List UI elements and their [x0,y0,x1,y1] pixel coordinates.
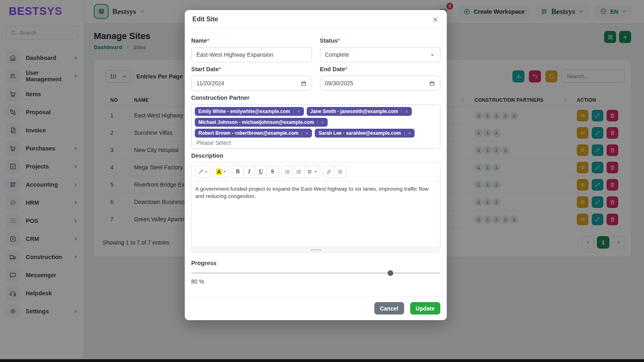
end-date-input[interactable]: 09/30/2025 [320,76,441,91]
caret-down-icon [204,170,208,173]
end-date-label: End Date* [320,66,441,72]
ordered-list-button[interactable] [293,166,305,178]
partner-tag-label: Michael Johnson - michaeljohnson@example… [198,119,314,125]
progress-value: 80 % [191,278,440,285]
underline-button[interactable]: U [255,166,267,178]
editor-resize-handle[interactable] [192,247,440,252]
cancel-button[interactable]: Cancel [374,302,404,315]
window-bottom-edge [0,359,644,362]
remove-tag-button[interactable] [317,121,328,124]
partner-select-placeholder: Please Select [196,140,231,146]
strikethrough-button[interactable]: S [267,166,279,178]
construction-partner-multiselect[interactable]: Emily White - emilywhite@example.comJane… [191,104,440,149]
partner-tag: Sarah Lee - sarahlee@example.com [315,129,414,138]
required-asterisk: * [207,37,210,44]
close-icon [405,110,409,113]
numbered-list-icon [296,169,301,175]
name-label: Name* [191,37,312,44]
modal-title: Edit Site [192,16,218,23]
partner-tag-label: Robert Brown - robertbrown@example.com [198,130,298,136]
description-editor: A B I U S A government-funded [191,162,440,253]
insert-link-button[interactable] [323,166,334,178]
close-icon [305,132,309,135]
progress-label: Progress [191,260,440,266]
partner-tag: Robert Brown - robertbrown@example.com [195,129,312,138]
remove-tag-button[interactable] [293,110,304,113]
calendar-icon[interactable] [301,80,307,86]
calendar-icon[interactable] [429,80,435,86]
start-date-input[interactable]: 11/20/2024 [191,76,312,91]
modal-close-button[interactable] [432,16,439,23]
unordered-list-button[interactable] [281,166,293,178]
close-icon [297,110,301,113]
close-icon [321,121,324,124]
description-label: Description [191,152,440,159]
font-color-button[interactable]: A [213,166,229,178]
remove-tag-button[interactable] [301,132,312,135]
bold-button[interactable]: B [232,166,244,178]
partner-tag-label: Emily White - emilywhite@example.com [198,109,290,114]
name-input[interactable] [191,47,312,62]
progress-slider-track [191,272,440,274]
partner-tag-label: Sarah Lee - sarahlee@example.com [318,130,400,136]
status-label: Status* [320,37,441,44]
partner-tag: Jane Smith - janesmith@example.com [307,107,412,116]
caret-down-icon [314,170,317,173]
link-icon [326,169,332,175]
remove-tag-button[interactable] [401,110,412,113]
close-icon [432,16,439,23]
partner-tag: Michael Johnson - michaeljohnson@example… [195,118,328,127]
magic-wand-icon [198,169,203,175]
required-asterisk: * [219,66,221,72]
chevron-down-icon [430,52,435,58]
description-textarea[interactable]: A government-funded project to expand th… [192,181,440,247]
start-date-label: Start Date* [191,66,312,72]
partner-tag-label: Jane Smith - janesmith@example.com [310,109,398,114]
progress-slider[interactable] [191,270,440,276]
progress-slider-thumb[interactable] [388,270,393,276]
required-asterisk: * [338,37,340,44]
bullet-list-icon [285,169,290,175]
required-asterisk: * [345,66,347,72]
caret-down-icon [223,170,226,173]
unlink-button[interactable] [334,166,346,178]
remove-tag-button[interactable] [404,132,415,135]
close-icon [408,132,411,135]
paragraph-align-button[interactable] [305,166,320,178]
italic-button[interactable]: I [244,166,255,178]
update-button[interactable]: Update [410,302,440,315]
style-magic-button[interactable] [195,166,211,178]
edit-site-modal: Edit Site Name* Status* Complete Start D… [185,10,447,320]
unlink-icon [337,169,343,175]
status-select[interactable]: Complete [320,47,441,62]
align-icon [307,169,313,175]
editor-toolbar: A B I U S [192,162,440,181]
partner-tag: Emily White - emilywhite@example.com [195,107,304,116]
construction-partner-label: Construction Partner [191,95,440,101]
